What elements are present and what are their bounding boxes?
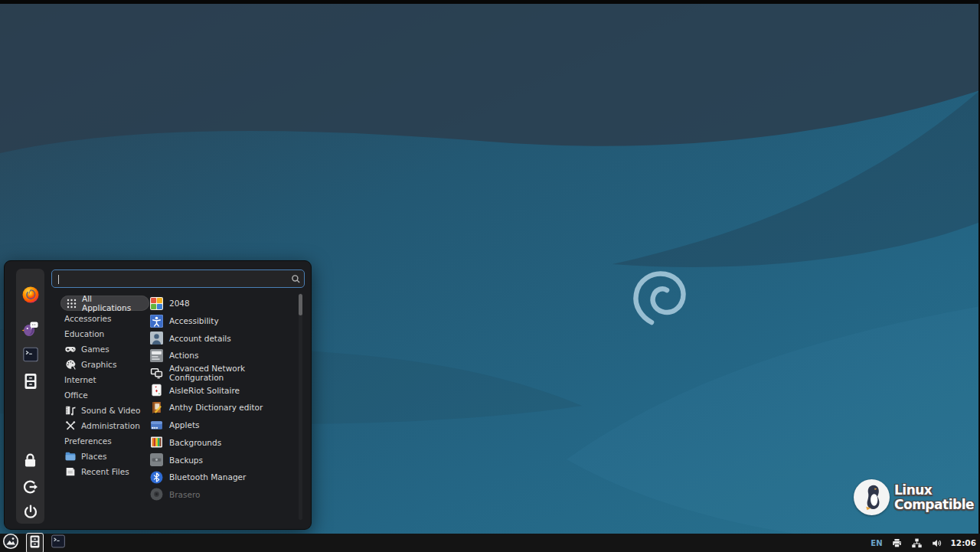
terminal-launcher[interactable] <box>16 346 44 366</box>
grid-icon <box>65 297 77 309</box>
app-bluetooth-manager[interactable]: Bluetooth Manager <box>150 469 296 486</box>
backups-icon <box>150 453 163 466</box>
firefox-launcher[interactable] <box>16 286 44 307</box>
search-box[interactable] <box>51 269 305 288</box>
category-education[interactable]: Education <box>60 326 149 341</box>
terminal-icon <box>22 346 39 366</box>
system-tray: EN <box>871 537 980 549</box>
category-label: All Applications <box>82 294 142 312</box>
solitaire-icon <box>150 384 163 397</box>
files-icon <box>28 534 42 552</box>
account-icon <box>150 332 163 345</box>
app-advanced-network-configuration[interactable]: Advanced Network Configuration <box>150 364 296 382</box>
dictionary-icon <box>150 401 163 414</box>
app-backups[interactable]: Backups <box>150 451 296 469</box>
2048-icon <box>150 297 163 310</box>
power-icon <box>22 504 39 524</box>
category-label: Recent Files <box>81 467 129 476</box>
category-label: Internet <box>64 375 96 384</box>
pidgin-launcher[interactable] <box>16 319 44 341</box>
app-list-scrollbar[interactable] <box>299 293 302 520</box>
application-list: 2048 Accessibility <box>150 295 296 503</box>
category-all-applications[interactable]: All Applications <box>60 296 149 311</box>
category-label: Sound & Video <box>81 406 140 415</box>
category-label: Accessories <box>64 314 112 323</box>
lock-screen-button[interactable] <box>16 452 44 472</box>
folder-icon <box>64 450 77 462</box>
app-label: Applets <box>169 420 199 430</box>
logout-icon <box>22 479 39 498</box>
palette-icon <box>64 358 77 371</box>
category-internet[interactable]: Internet <box>60 372 149 387</box>
files-launcher[interactable] <box>16 372 44 394</box>
scrollbar-thumb[interactable] <box>299 294 302 315</box>
app-backgrounds[interactable]: Backgrounds <box>150 434 296 452</box>
ethernet-icon[interactable] <box>911 537 923 549</box>
app-label: Brasero <box>169 490 200 499</box>
taskbar-files-window[interactable] <box>26 533 44 552</box>
taskbar-terminal-window[interactable] <box>51 534 66 552</box>
menu-button[interactable] <box>2 533 19 552</box>
category-label: Education <box>64 329 104 338</box>
app-2048[interactable]: 2048 <box>150 295 296 312</box>
watermark-line1: Linux <box>894 483 974 498</box>
category-label: Graphics <box>81 360 116 369</box>
category-accessories[interactable]: Accessories <box>60 311 149 326</box>
menu-button-icon <box>2 533 19 552</box>
category-office[interactable]: Office <box>60 387 149 403</box>
volume-icon[interactable] <box>931 537 942 549</box>
terminal-icon <box>51 534 66 552</box>
category-label: Administration <box>81 421 140 430</box>
app-label: AisleRiot Solitaire <box>169 386 240 395</box>
disc-icon <box>150 488 163 501</box>
logout-button[interactable] <box>16 479 44 498</box>
app-label: Backups <box>169 456 203 465</box>
app-label: Anthy Dictionary editor <box>169 403 263 412</box>
app-label: Accessibility <box>169 316 219 325</box>
printer-icon[interactable] <box>891 537 903 549</box>
pidgin-icon <box>21 319 40 341</box>
app-account-details[interactable]: Account details <box>150 329 296 347</box>
shutdown-button[interactable] <box>16 504 44 524</box>
category-label: Games <box>81 345 109 354</box>
app-actions[interactable]: Actions <box>150 347 296 364</box>
app-label: Bluetooth Manager <box>169 472 246 482</box>
category-games[interactable]: Games <box>60 341 149 357</box>
backgrounds-icon <box>150 436 163 449</box>
accessibility-icon <box>150 315 163 328</box>
keyboard-layout-indicator[interactable]: EN <box>871 539 882 547</box>
film-note-icon <box>64 404 77 416</box>
category-sound-video[interactable]: Sound & Video <box>60 403 149 418</box>
clock[interactable]: 12:06 <box>951 538 976 547</box>
app-accessibility[interactable]: Accessibility <box>150 312 296 330</box>
category-preferences[interactable]: Preferences <box>60 433 149 449</box>
category-label: Office <box>64 390 88 400</box>
recent-files-icon <box>64 465 77 478</box>
category-administration[interactable]: Administration <box>60 418 149 433</box>
search-icon <box>287 274 304 284</box>
bluetooth-icon <box>150 471 163 484</box>
app-brasero[interactable]: Brasero <box>150 486 296 504</box>
linux-compatible-watermark: Linux Compatible <box>854 479 974 515</box>
gamepad-icon <box>64 343 77 355</box>
category-recent-files[interactable]: Recent Files <box>60 464 149 479</box>
category-label: Places <box>81 452 106 461</box>
category-label: Preferences <box>64 436 112 446</box>
category-graphics[interactable]: Graphics <box>60 357 149 372</box>
app-label: Advanced Network Configuration <box>169 364 296 382</box>
text-caret <box>58 275 59 284</box>
files-icon <box>21 372 40 394</box>
desktop-screen: Linux Compatible <box>0 0 980 552</box>
taskbar-launchers <box>0 533 66 552</box>
app-aisleriot-solitaire[interactable]: AisleRiot Solitaire <box>150 381 296 399</box>
search-input[interactable] <box>52 270 287 287</box>
category-places[interactable]: Places <box>60 449 149 464</box>
taskbar: EN <box>0 534 980 552</box>
category-list: All Applications Accessories Education G… <box>60 296 149 479</box>
application-menu: All Applications Accessories Education G… <box>4 260 312 530</box>
app-applets[interactable]: Applets <box>150 416 296 434</box>
penguin-icon <box>854 479 890 515</box>
app-anthy-dictionary-editor[interactable]: Anthy Dictionary editor <box>150 399 296 416</box>
watermark-line2: Compatible <box>894 498 974 512</box>
app-label: Account details <box>169 334 231 343</box>
